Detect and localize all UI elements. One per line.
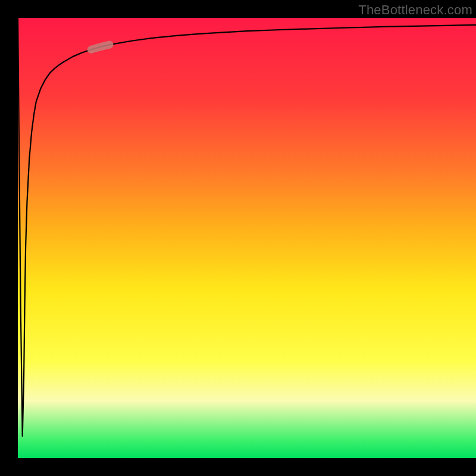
watermark-label: TheBottleneck.com [358,2,472,18]
chart-plot-area [18,18,476,458]
chart-stage: TheBottleneck.com [0,0,476,476]
